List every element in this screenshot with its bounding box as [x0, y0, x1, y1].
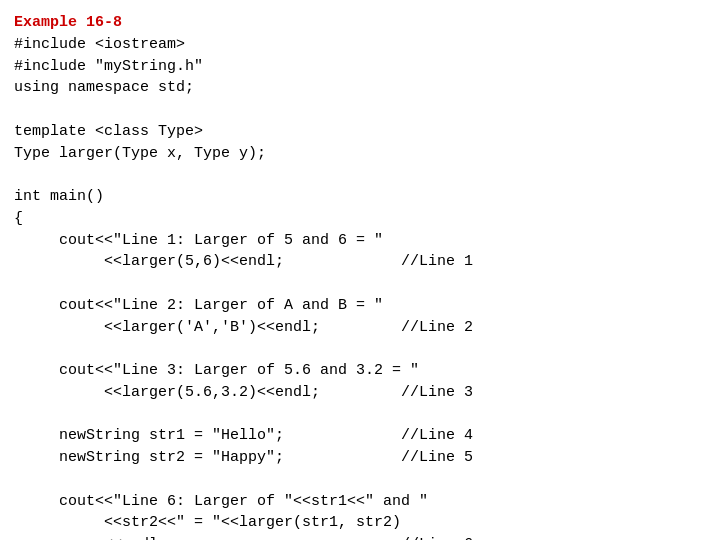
code-line-13: <<larger('A','B')<<endl; //Line 2: [14, 319, 473, 336]
code-line-22: <<str2<<" = "<<larger(str1, str2): [14, 514, 401, 531]
code-line-21: cout<<"Line 6: Larger of "<<str1<<" and …: [14, 493, 428, 510]
code-line-23: <<endl; //Line 6: [14, 536, 473, 540]
code-line-16: <<larger(5.6,3.2)<<endl; //Line 3: [14, 384, 473, 401]
code-line-4: template <class Type>: [14, 123, 203, 140]
code-line-2: using namespace std;: [14, 79, 194, 96]
code-line-9: cout<<"Line 1: Larger of 5 and 6 = ": [14, 232, 383, 249]
code-container: Example 16-8 #include <iostream> #includ…: [14, 12, 706, 540]
code-line-18: newString str1 = "Hello"; //Line 4: [14, 427, 473, 444]
code-line-10: <<larger(5,6)<<endl; //Line 1: [14, 253, 473, 270]
example-title: Example 16-8: [14, 12, 706, 34]
code-line-1: #include "myString.h": [14, 58, 203, 75]
code-line-0: #include <iostream>: [14, 36, 185, 53]
code-line-5: Type larger(Type x, Type y);: [14, 145, 266, 162]
code-line-12: cout<<"Line 2: Larger of A and B = ": [14, 297, 383, 314]
code-line-8: {: [14, 210, 23, 227]
code-line-19: newString str2 = "Happy"; //Line 5: [14, 449, 473, 466]
code-block: #include <iostream> #include "myString.h…: [14, 34, 706, 540]
code-line-7: int main(): [14, 188, 104, 205]
code-line-15: cout<<"Line 3: Larger of 5.6 and 3.2 = ": [14, 362, 419, 379]
